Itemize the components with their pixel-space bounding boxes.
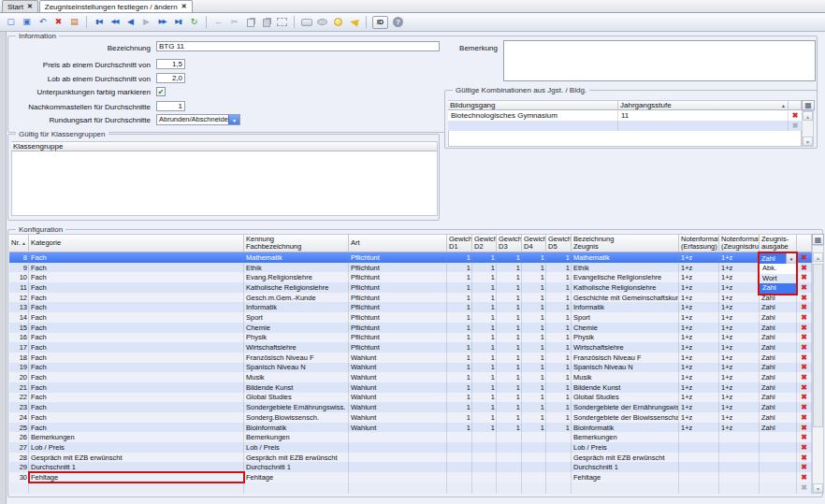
clear-new-row-icon[interactable]: ✖ xyxy=(792,122,799,130)
unterpunktungen-checkbox[interactable]: ✔ xyxy=(156,87,166,96)
delete-row-icon[interactable]: ✖ xyxy=(801,403,807,411)
lob-input[interactable]: 2,0 xyxy=(156,73,185,83)
konfig-row[interactable]: 15FachChemiePflichtunt11111Chemie1+z1+zZ… xyxy=(9,323,812,333)
kombinationen-new-row[interactable]: ✖ xyxy=(448,121,802,131)
delete-row-icon[interactable]: ✖ xyxy=(801,273,807,281)
delete-row-icon[interactable]: ✖ xyxy=(801,463,807,471)
delete-row-icon[interactable]: ✖ xyxy=(801,353,807,362)
konfig-column-header[interactable]: Notenformat(Erfassung) xyxy=(679,234,719,252)
konfig-column-header[interactable]: GewichtD4 xyxy=(522,234,546,252)
clear-new-row-icon[interactable]: ✖ xyxy=(801,483,807,492)
delete-row-icon[interactable]: ✖ xyxy=(801,253,807,262)
undo-icon[interactable]: ↶ xyxy=(35,15,51,30)
rundungsart-combo[interactable]: Abrunden/Abschneiden ▾ xyxy=(156,114,240,125)
konfig-row[interactable]: 9FachEthikPflichtunt11111Ethik1+z1+z✖ xyxy=(9,263,812,273)
konfig-row[interactable]: 14FachSportPflichtunt11111Sport1+z1+zZah… xyxy=(9,312,812,323)
zeugnisausgabe-dropdown[interactable]: Zahl ▾ Abk.WortZahl xyxy=(758,252,798,295)
preis-input[interactable]: 1,5 xyxy=(156,59,185,69)
konfig-column-header[interactable]: GewichtD3 xyxy=(497,234,522,252)
konfig-column-header[interactable]: Zeugnis-ausgabe xyxy=(760,234,797,252)
delete-row-icon[interactable]: ✖ xyxy=(801,433,807,441)
konfig-row[interactable]: 26BemerkungenBemerkungenBemerkungen✖ xyxy=(9,432,812,442)
copy-icon[interactable] xyxy=(242,15,258,30)
hint-bulb-icon[interactable] xyxy=(330,15,346,30)
delete-row-icon[interactable]: ✖ xyxy=(801,373,807,382)
paste-icon[interactable] xyxy=(258,15,274,30)
delete-row-icon[interactable]: ✖ xyxy=(801,413,807,422)
konfig-new-row[interactable]: ✖ xyxy=(9,482,812,494)
edit-form-icon[interactable]: ▤ xyxy=(66,15,82,30)
kombinationen-header-bildungsgang[interactable]: Bildungsgang xyxy=(448,100,618,110)
tab-start[interactable]: Start✕ xyxy=(2,0,38,12)
konfig-column-header[interactable]: KennungFachbezeichnung xyxy=(244,234,349,252)
nachkommastellen-input[interactable]: 1 xyxy=(156,101,185,111)
delete-row-icon[interactable]: ✖ xyxy=(801,393,807,401)
konfig-row[interactable]: 23FachSondergebiete Ernährungswiss.Wahlu… xyxy=(9,402,812,412)
konfig-column-header[interactable]: Notenformat(Zeugnisdruck) xyxy=(719,234,760,252)
delete-row-icon[interactable]: ✖ xyxy=(801,443,807,452)
konfig-column-header[interactable]: Art xyxy=(349,234,447,252)
konfig-row[interactable]: 19FachSpanisch Niveau NWahlunt11111Spani… xyxy=(9,363,812,373)
dropdown-option-wort[interactable]: Wort xyxy=(760,274,796,284)
konfig-column-header[interactable]: GewichtD5 xyxy=(546,234,572,252)
last-record-icon[interactable]: ▶▮ xyxy=(170,15,186,30)
select-icon[interactable] xyxy=(274,15,290,30)
konfig-column-header[interactable]: Nr.▲ xyxy=(9,234,29,252)
konfig-column-header[interactable] xyxy=(797,234,812,252)
konfig-column-header[interactable]: GewichtD2 xyxy=(472,234,497,252)
delete-row-icon[interactable]: ✖ xyxy=(801,383,807,392)
delete-row-icon[interactable]: ✖ xyxy=(792,111,799,120)
delete-row-icon[interactable]: ✖ xyxy=(801,363,807,371)
scroll-up-icon[interactable]: ▴ xyxy=(813,252,823,262)
zeugnisausgabe-combo[interactable]: Zahl ▾ xyxy=(760,253,796,264)
new-record-icon[interactable]: ▢ xyxy=(3,15,19,30)
delete-row-icon[interactable]: ✖ xyxy=(801,333,807,341)
delete-row-icon[interactable]: ✖ xyxy=(801,283,807,292)
delete-row-icon[interactable]: ✖ xyxy=(801,473,807,482)
konfig-row[interactable]: 24FachSonderg.Biowissensch.Wahlunt11111S… xyxy=(9,412,812,423)
kombinationen-column-options-button[interactable]: ▦ xyxy=(802,100,815,110)
scroll-up-icon[interactable]: ▴ xyxy=(803,111,813,121)
konfig-row[interactable]: 16FachPhysikPflichtunt11111Physik1+z1+zZ… xyxy=(9,333,812,343)
konfig-row[interactable]: 8FachMathematikPflichtunt11111Mathematik… xyxy=(9,252,812,263)
kombinationen-header-jahrgangsstufe[interactable]: Jahrgangsstufe ▲ xyxy=(618,100,789,110)
help-icon[interactable] xyxy=(390,15,406,30)
cut-icon[interactable]: ✂ xyxy=(226,15,242,30)
konfig-column-header[interactable]: Kategorie xyxy=(29,234,244,252)
konfig-column-header[interactable]: BezeichnungZeugnis xyxy=(572,234,679,252)
dropdown-option-zahl[interactable]: Zahl xyxy=(760,283,796,294)
next-record-icon[interactable]: ▶ xyxy=(138,15,154,30)
konfig-row[interactable]: 17FachWirtschaftslehrePflichtunt11111Wir… xyxy=(9,342,812,353)
delete-row-icon[interactable]: ✖ xyxy=(801,343,807,352)
delete-row-icon[interactable]: ✖ xyxy=(801,264,807,272)
refresh-icon[interactable]: ↻ xyxy=(186,15,202,30)
id-button[interactable]: ID xyxy=(372,16,388,29)
tab-close-icon[interactable]: ✕ xyxy=(181,3,187,10)
dropdown-option-abk[interactable]: Abk. xyxy=(760,264,796,274)
delete-row-icon[interactable]: ✖ xyxy=(801,294,807,302)
fast-backward-icon[interactable]: ◀◀ xyxy=(107,15,123,30)
konfiguration-column-options-button[interactable]: ▦ xyxy=(812,234,824,245)
konfig-row[interactable]: 29Durchschnitt 1Durchschnitt 1Durchschni… xyxy=(9,462,812,472)
stamp-icon[interactable] xyxy=(314,15,330,30)
fast-forward-icon[interactable]: ▶▶ xyxy=(154,15,170,30)
scroll-down-icon[interactable]: ▾ xyxy=(803,137,813,146)
chevron-down-icon[interactable]: ▾ xyxy=(786,253,796,264)
konfig-row[interactable]: 28Gespräch mit EZB erwünschtGespräch mit… xyxy=(9,453,812,463)
chevron-down-icon[interactable]: ▾ xyxy=(228,115,239,124)
bezeichnung-input[interactable]: BTG 11 xyxy=(156,41,440,51)
konfig-row[interactable]: 25FachBioinformatikWahlunt11111Bioinform… xyxy=(9,423,812,433)
scroll-down-icon[interactable]: ▾ xyxy=(813,483,823,493)
konfig-row[interactable]: 22FachGlobal StudiesWahlunt11111Global S… xyxy=(9,393,812,403)
konfig-column-header[interactable]: GewichtD1 xyxy=(447,234,472,252)
konfig-row[interactable]: 11FachKatholische ReligionslehrePflichtu… xyxy=(9,282,812,293)
tab-close-icon[interactable]: ✕ xyxy=(27,3,33,10)
konfig-row[interactable]: 27Lob / PreisLob / PreisLob / Preis✖ xyxy=(9,442,812,453)
konfig-row[interactable]: 21FachBildende KunstWahlunt11111Bildende… xyxy=(9,382,812,393)
konfig-row[interactable]: 13FachInformatikPflichtunt11111Informati… xyxy=(9,302,812,312)
konfig-row[interactable]: 20FachMusikWahlunt11111Musik1+z1+zZahl✖ xyxy=(9,372,812,382)
konfig-row[interactable]: 12FachGesch.m.Gem.-KundePflichtunt11111G… xyxy=(9,293,812,303)
left-splitter[interactable] xyxy=(0,32,7,504)
kombinationen-row[interactable]: Biotechnologisches Gymnasium11✖ xyxy=(448,110,802,121)
tab-zeugniseinstellungen-festlegen-ndern[interactable]: Zeugniseinstellungen festlegen / ändern✕ xyxy=(39,0,193,12)
